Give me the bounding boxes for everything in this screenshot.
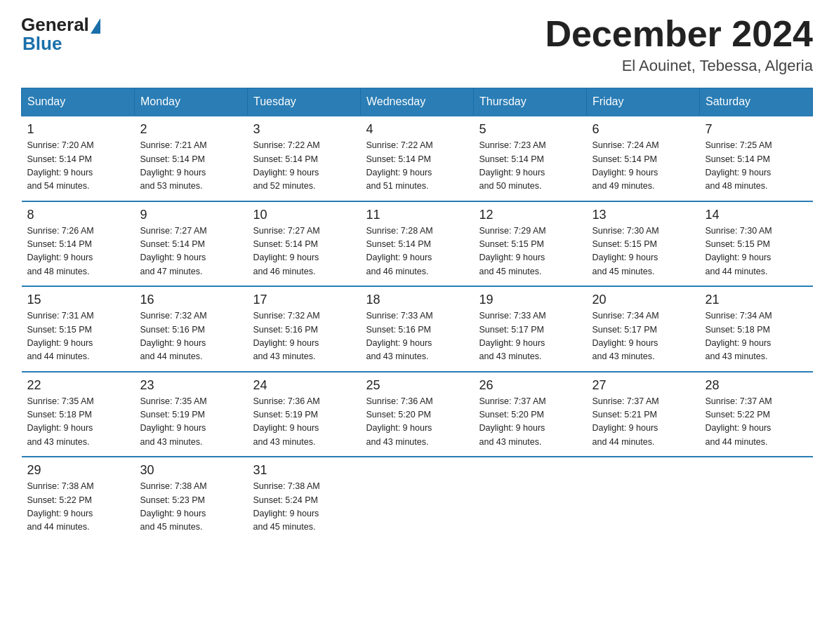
day-number: 30 <box>140 463 242 478</box>
day-info: Sunrise: 7:33 AM Sunset: 5:16 PM Dayligh… <box>366 309 468 364</box>
week-row-2: 8 Sunrise: 7:26 AM Sunset: 5:14 PM Dayli… <box>22 201 813 287</box>
calendar-cell: 30 Sunrise: 7:38 AM Sunset: 5:23 PM Dayl… <box>135 457 248 542</box>
calendar-cell: 27 Sunrise: 7:37 AM Sunset: 5:21 PM Dayl… <box>587 372 700 457</box>
day-number: 6 <box>593 122 694 137</box>
calendar-cell: 16 Sunrise: 7:32 AM Sunset: 5:16 PM Dayl… <box>135 286 248 372</box>
day-info: Sunrise: 7:38 AM Sunset: 5:22 PM Dayligh… <box>27 480 129 535</box>
day-number: 25 <box>366 378 468 393</box>
header-tuesday: Tuesday <box>248 88 361 116</box>
day-info: Sunrise: 7:26 AM Sunset: 5:14 PM Dayligh… <box>27 224 129 279</box>
day-info: Sunrise: 7:38 AM Sunset: 5:24 PM Dayligh… <box>253 480 355 535</box>
logo: General Blue <box>21 14 100 55</box>
calendar-cell: 25 Sunrise: 7:36 AM Sunset: 5:20 PM Dayl… <box>361 372 474 457</box>
day-number: 13 <box>593 208 694 222</box>
day-info: Sunrise: 7:25 AM Sunset: 5:14 PM Dayligh… <box>706 139 807 194</box>
day-number: 21 <box>706 293 807 307</box>
header-thursday: Thursday <box>474 88 587 116</box>
week-row-5: 29 Sunrise: 7:38 AM Sunset: 5:22 PM Dayl… <box>22 457 813 542</box>
day-info: Sunrise: 7:37 AM Sunset: 5:20 PM Dayligh… <box>479 395 581 450</box>
calendar-table: SundayMondayTuesdayWednesdayThursdayFrid… <box>21 88 813 542</box>
calendar-cell: 9 Sunrise: 7:27 AM Sunset: 5:14 PM Dayli… <box>135 201 248 287</box>
day-number: 10 <box>253 208 355 222</box>
day-number: 12 <box>479 208 581 222</box>
day-number: 7 <box>706 122 807 137</box>
calendar-cell: 13 Sunrise: 7:30 AM Sunset: 5:15 PM Dayl… <box>587 201 700 287</box>
month-title: December 2024 <box>545 14 813 54</box>
day-info: Sunrise: 7:32 AM Sunset: 5:16 PM Dayligh… <box>253 309 355 364</box>
day-number: 3 <box>253 122 355 137</box>
calendar-cell: 8 Sunrise: 7:26 AM Sunset: 5:14 PM Dayli… <box>22 201 135 287</box>
day-number: 29 <box>27 463 129 478</box>
page-header: General Blue December 2024 El Aouinet, T… <box>21 14 813 75</box>
day-info: Sunrise: 7:27 AM Sunset: 5:14 PM Dayligh… <box>253 224 355 279</box>
calendar-cell: 24 Sunrise: 7:36 AM Sunset: 5:19 PM Dayl… <box>248 372 361 457</box>
day-info: Sunrise: 7:34 AM Sunset: 5:17 PM Dayligh… <box>593 309 694 364</box>
day-number: 19 <box>479 293 581 307</box>
calendar-cell: 17 Sunrise: 7:32 AM Sunset: 5:16 PM Dayl… <box>248 286 361 372</box>
header-row: SundayMondayTuesdayWednesdayThursdayFrid… <box>22 88 813 116</box>
day-info: Sunrise: 7:31 AM Sunset: 5:15 PM Dayligh… <box>27 309 129 364</box>
day-info: Sunrise: 7:24 AM Sunset: 5:14 PM Dayligh… <box>593 139 694 194</box>
day-number: 4 <box>366 122 468 137</box>
header-monday: Monday <box>135 88 248 116</box>
calendar-cell: 3 Sunrise: 7:22 AM Sunset: 5:14 PM Dayli… <box>248 116 361 201</box>
calendar-cell: 18 Sunrise: 7:33 AM Sunset: 5:16 PM Dayl… <box>361 286 474 372</box>
calendar-cell: 12 Sunrise: 7:29 AM Sunset: 5:15 PM Dayl… <box>474 201 587 287</box>
calendar-cell: 11 Sunrise: 7:28 AM Sunset: 5:14 PM Dayl… <box>361 201 474 287</box>
week-row-4: 22 Sunrise: 7:35 AM Sunset: 5:18 PM Dayl… <box>22 372 813 457</box>
location-title: El Aouinet, Tebessa, Algeria <box>545 57 813 75</box>
calendar-cell <box>361 457 474 542</box>
week-row-3: 15 Sunrise: 7:31 AM Sunset: 5:15 PM Dayl… <box>22 286 813 372</box>
day-info: Sunrise: 7:35 AM Sunset: 5:18 PM Dayligh… <box>27 395 129 450</box>
calendar-cell: 6 Sunrise: 7:24 AM Sunset: 5:14 PM Dayli… <box>587 116 700 201</box>
calendar-cell: 15 Sunrise: 7:31 AM Sunset: 5:15 PM Dayl… <box>22 286 135 372</box>
calendar-cell: 10 Sunrise: 7:27 AM Sunset: 5:14 PM Dayl… <box>248 201 361 287</box>
day-info: Sunrise: 7:35 AM Sunset: 5:19 PM Dayligh… <box>140 395 242 450</box>
day-number: 17 <box>253 293 355 307</box>
day-info: Sunrise: 7:36 AM Sunset: 5:20 PM Dayligh… <box>366 395 468 450</box>
header-saturday: Saturday <box>700 88 813 116</box>
calendar-cell: 4 Sunrise: 7:22 AM Sunset: 5:14 PM Dayli… <box>361 116 474 201</box>
calendar-cell: 14 Sunrise: 7:30 AM Sunset: 5:15 PM Dayl… <box>700 201 813 287</box>
day-number: 20 <box>593 293 694 307</box>
day-number: 31 <box>253 463 355 478</box>
day-info: Sunrise: 7:37 AM Sunset: 5:21 PM Dayligh… <box>593 395 694 450</box>
calendar-cell: 5 Sunrise: 7:23 AM Sunset: 5:14 PM Dayli… <box>474 116 587 201</box>
calendar-cell: 28 Sunrise: 7:37 AM Sunset: 5:22 PM Dayl… <box>700 372 813 457</box>
day-info: Sunrise: 7:30 AM Sunset: 5:15 PM Dayligh… <box>706 224 807 279</box>
day-number: 1 <box>27 122 129 137</box>
header-friday: Friday <box>587 88 700 116</box>
calendar-cell <box>587 457 700 542</box>
header-sunday: Sunday <box>22 88 135 116</box>
calendar-cell: 1 Sunrise: 7:20 AM Sunset: 5:14 PM Dayli… <box>22 116 135 201</box>
day-info: Sunrise: 7:32 AM Sunset: 5:16 PM Dayligh… <box>140 309 242 364</box>
calendar-cell <box>700 457 813 542</box>
day-number: 5 <box>479 122 581 137</box>
day-info: Sunrise: 7:34 AM Sunset: 5:18 PM Dayligh… <box>706 309 807 364</box>
calendar-cell: 26 Sunrise: 7:37 AM Sunset: 5:20 PM Dayl… <box>474 372 587 457</box>
day-number: 23 <box>140 378 242 393</box>
week-row-1: 1 Sunrise: 7:20 AM Sunset: 5:14 PM Dayli… <box>22 116 813 201</box>
header-wednesday: Wednesday <box>361 88 474 116</box>
day-info: Sunrise: 7:21 AM Sunset: 5:14 PM Dayligh… <box>140 139 242 194</box>
day-number: 18 <box>366 293 468 307</box>
day-info: Sunrise: 7:23 AM Sunset: 5:14 PM Dayligh… <box>479 139 581 194</box>
day-number: 8 <box>27 208 129 222</box>
day-number: 14 <box>706 208 807 222</box>
day-info: Sunrise: 7:29 AM Sunset: 5:15 PM Dayligh… <box>479 224 581 279</box>
day-number: 16 <box>140 293 242 307</box>
day-info: Sunrise: 7:27 AM Sunset: 5:14 PM Dayligh… <box>140 224 242 279</box>
calendar-cell: 20 Sunrise: 7:34 AM Sunset: 5:17 PM Dayl… <box>587 286 700 372</box>
day-number: 28 <box>706 378 807 393</box>
calendar-cell <box>474 457 587 542</box>
day-number: 27 <box>593 378 694 393</box>
calendar-cell: 29 Sunrise: 7:38 AM Sunset: 5:22 PM Dayl… <box>22 457 135 542</box>
day-info: Sunrise: 7:30 AM Sunset: 5:15 PM Dayligh… <box>593 224 694 279</box>
day-number: 11 <box>366 208 468 222</box>
day-info: Sunrise: 7:36 AM Sunset: 5:19 PM Dayligh… <box>253 395 355 450</box>
title-block: December 2024 El Aouinet, Tebessa, Alger… <box>545 14 813 75</box>
calendar-cell: 2 Sunrise: 7:21 AM Sunset: 5:14 PM Dayli… <box>135 116 248 201</box>
logo-triangle-icon <box>91 18 100 34</box>
day-info: Sunrise: 7:33 AM Sunset: 5:17 PM Dayligh… <box>479 309 581 364</box>
day-info: Sunrise: 7:22 AM Sunset: 5:14 PM Dayligh… <box>366 139 468 194</box>
